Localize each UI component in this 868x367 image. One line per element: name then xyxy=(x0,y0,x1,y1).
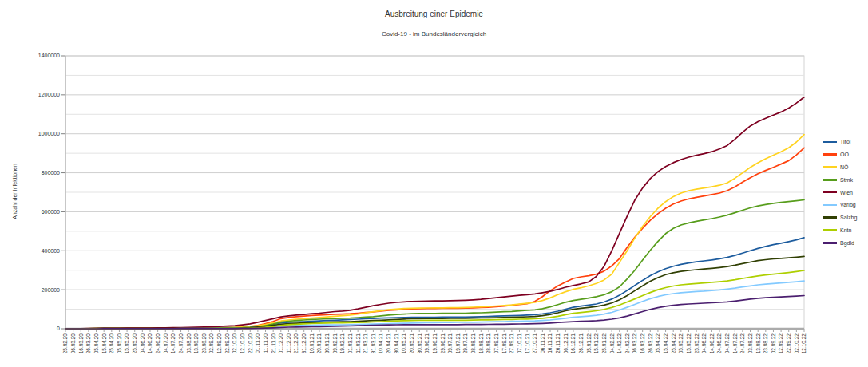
x-axis-label: 26.03.22 xyxy=(648,333,653,354)
x-axis-label: 24.07.22 xyxy=(739,333,745,354)
legend-line-swatch xyxy=(823,153,837,156)
legend-item-stmk: Stmk xyxy=(823,173,857,186)
x-axis-label: 03.08.22 xyxy=(747,333,753,354)
x-axis-label: 30.04.21 xyxy=(394,333,399,354)
x-axis-label: 21.11.20 xyxy=(271,333,276,353)
x-axis-label: 29.06.21 xyxy=(440,333,446,354)
y-axis-label: 1400000 xyxy=(38,53,60,58)
x-axis-label: 05.04.22 xyxy=(655,333,660,354)
y-axis-label: 1200000 xyxy=(38,92,60,97)
x-axis-label: 24.06.20 xyxy=(155,333,161,354)
legend-label: OÖ xyxy=(840,152,849,157)
x-axis-label: 12.10.20 xyxy=(240,333,245,354)
x-axis-label: 02.10.20 xyxy=(232,333,237,354)
x-axis-label: 15.04.22 xyxy=(663,333,668,354)
x-axis-label: 01.11.20 xyxy=(255,333,260,353)
x-axis-label: 14.07.22 xyxy=(732,333,738,354)
x-axis-label: 05.01.22 xyxy=(586,333,592,354)
x-axis-label: 26.12.21 xyxy=(578,333,584,354)
x-axis-label: 09.02.21 xyxy=(332,333,338,354)
x-axis-label: 12.09.20 xyxy=(216,333,222,354)
x-axis-label: 26.11.21 xyxy=(555,333,561,353)
x-axis-label: 11.11.20 xyxy=(263,333,268,353)
x-axis-label: 21.12.20 xyxy=(293,333,299,354)
plot-area: 0200000400000600000800000100000012000001… xyxy=(0,0,868,367)
x-axis-label: 30.01.21 xyxy=(324,333,330,354)
x-axis-label: 23.08.22 xyxy=(763,333,768,354)
x-axis-label: 02.09.20 xyxy=(208,333,214,354)
x-axis-label: 05.04.20 xyxy=(93,333,99,354)
x-axis-label: 24.06.22 xyxy=(716,333,722,354)
x-axis-label: 25.04.20 xyxy=(109,333,114,354)
y-axis-label: 200000 xyxy=(42,287,60,293)
x-axis-label: 06.11.21 xyxy=(540,333,545,353)
x-axis-label: 04.02.22 xyxy=(609,333,615,354)
legend-label: NÖ xyxy=(840,164,849,170)
x-axis-label: 01.12.20 xyxy=(278,333,283,354)
x-axis-label: 04.07.20 xyxy=(163,333,168,354)
x-axis-label: 26.03.20 xyxy=(85,333,91,354)
x-axis-label: 02.09.22 xyxy=(771,333,776,354)
x-axis-label: 02.10.22 xyxy=(794,333,799,354)
x-axis-label: 17.10.21 xyxy=(525,333,530,354)
x-axis-label: 25.05.20 xyxy=(132,333,137,354)
legend-item-salzbg: Salzbg xyxy=(823,211,857,224)
legend-label: Bgdld xyxy=(840,240,854,246)
x-axis-label: 11.03.21 xyxy=(355,333,361,353)
x-axis-label: 25.01.22 xyxy=(601,333,607,354)
x-axis-label: 18.08.21 xyxy=(478,333,484,354)
x-axis-label: 04.06.22 xyxy=(701,333,707,354)
legend-line-swatch xyxy=(823,229,837,231)
legend-line-swatch xyxy=(823,216,837,219)
x-axis-label: 28.08.21 xyxy=(486,333,491,354)
x-axis-label: 04.06.20 xyxy=(140,333,145,354)
x-axis-label: 22.10.20 xyxy=(248,333,253,354)
legend-line-swatch xyxy=(823,191,837,194)
x-axis-label: 09.07.21 xyxy=(447,333,453,354)
x-axis-label: 19.06.21 xyxy=(432,333,438,354)
x-axis-label: 09.06.21 xyxy=(424,333,430,354)
x-axis-label: 11.12.20 xyxy=(286,333,291,353)
x-axis-label: 31.12.20 xyxy=(301,333,307,354)
legend: TirolOÖNÖStmkWienVarlbgSalzbgKntnBgdld xyxy=(823,136,857,249)
x-axis-label: 16.03.22 xyxy=(640,333,645,354)
x-axis-label: 12.09.22 xyxy=(778,333,783,354)
x-axis-label: 19.02.21 xyxy=(339,333,345,354)
y-axis-label: 1000000 xyxy=(38,131,60,136)
x-axis-label: 10.05.21 xyxy=(401,333,406,354)
x-axis-label: 25.02.20 xyxy=(62,333,68,354)
x-axis-label: 05.05.20 xyxy=(117,333,122,354)
legend-line-swatch xyxy=(823,242,837,244)
x-axis-label: 14.07.20 xyxy=(170,333,176,354)
x-axis-label: 27.10.21 xyxy=(532,333,537,354)
x-axis-label: 06.03.22 xyxy=(632,333,637,354)
x-axis-label: 19.07.21 xyxy=(455,333,461,354)
x-axis-label: 05.05.22 xyxy=(678,333,684,354)
legend-item-kntn: Kntn xyxy=(823,224,857,237)
x-axis-label: 25.05.22 xyxy=(694,333,700,354)
x-axis-label: 07.09.21 xyxy=(493,333,499,354)
x-axis-label: 25.04.22 xyxy=(671,333,676,354)
x-axis-label: 15.05.20 xyxy=(124,333,129,354)
legend-item-wien: Wien xyxy=(823,186,857,199)
x-axis-label: 24.02.22 xyxy=(624,333,630,354)
x-axis-label: 10.04.21 xyxy=(378,333,383,354)
x-axis-label: 06.03.20 xyxy=(70,333,76,354)
x-axis-label: 08.08.21 xyxy=(470,333,476,354)
y-axis-label: 800000 xyxy=(42,170,60,176)
legend-item-tirol: Tirol xyxy=(823,136,857,148)
legend-item-n: NÖ xyxy=(823,161,857,174)
x-axis-label: 16.03.20 xyxy=(78,333,84,354)
x-axis-label: 21.03.21 xyxy=(363,333,368,354)
x-axis-label: 20.05.21 xyxy=(409,333,414,354)
x-axis-label: 14.02.22 xyxy=(616,333,622,354)
legend-line-swatch xyxy=(823,166,837,168)
legend-item-bgdld: Bgdld xyxy=(823,236,857,249)
x-axis-label: 13.08.20 xyxy=(193,333,199,354)
x-axis-label: 27.09.21 xyxy=(509,333,514,354)
x-axis-label: 15.05.22 xyxy=(686,333,692,354)
x-axis-label: 10.01.21 xyxy=(309,333,315,354)
legend-line-swatch xyxy=(823,141,837,144)
x-axis-label: 30.05.21 xyxy=(417,333,422,354)
x-axis-label: 23.08.20 xyxy=(201,333,207,354)
